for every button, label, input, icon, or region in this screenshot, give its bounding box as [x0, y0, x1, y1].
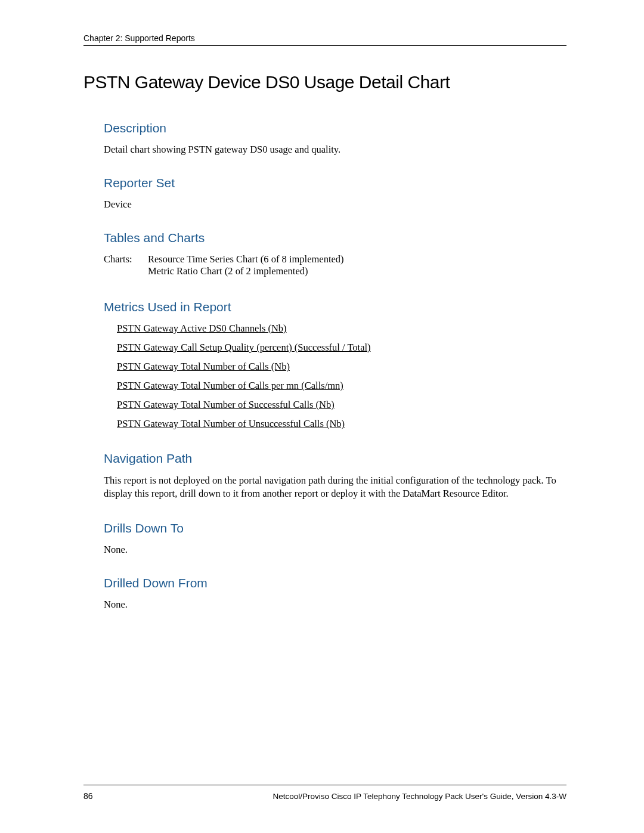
- charts-line-2: Metric Ratio Chart (2 of 2 implemented): [148, 265, 308, 277]
- metric-item[interactable]: PSTN Gateway Call Setup Quality (percent…: [117, 342, 566, 354]
- drilled-down-from-text: None.: [104, 599, 566, 611]
- section-tables-charts: Tables and Charts Charts: Resource Time …: [104, 231, 566, 277]
- heading-navigation-path: Navigation Path: [104, 451, 566, 466]
- charts-label-empty: [104, 265, 148, 277]
- section-drills-down-to: Drills Down To None.: [104, 521, 566, 556]
- heading-metrics-used: Metrics Used in Report: [104, 300, 566, 314]
- charts-line-1: Resource Time Series Chart (6 of 8 imple…: [148, 253, 344, 265]
- page-title: PSTN Gateway Device DS0 Usage Detail Cha…: [83, 72, 566, 92]
- section-reporter-set: Reporter Set Device: [104, 176, 566, 210]
- chapter-label: Chapter 2: Supported Reports: [83, 33, 195, 43]
- heading-description: Description: [104, 121, 566, 135]
- section-drilled-down-from: Drilled Down From None.: [104, 576, 566, 611]
- document-page: Chapter 2: Supported Reports PSTN Gatewa…: [0, 0, 644, 611]
- navigation-path-text: This report is not deployed on the porta…: [104, 474, 566, 501]
- reporter-set-text: Device: [104, 199, 566, 210]
- metric-item[interactable]: PSTN Gateway Total Number of Unsuccessfu…: [117, 418, 566, 430]
- heading-drilled-down-from: Drilled Down From: [104, 576, 566, 590]
- metric-item[interactable]: PSTN Gateway Total Number of Successful …: [117, 399, 566, 411]
- page-number: 86: [83, 791, 93, 801]
- heading-reporter-set: Reporter Set: [104, 176, 566, 190]
- charts-block: Charts: Resource Time Series Chart (6 of…: [104, 253, 566, 277]
- drills-down-to-text: None.: [104, 544, 566, 556]
- description-text: Detail chart showing PSTN gateway DS0 us…: [104, 144, 566, 156]
- heading-tables-charts: Tables and Charts: [104, 231, 566, 245]
- section-navigation-path: Navigation Path This report is not deplo…: [104, 451, 566, 501]
- metric-item[interactable]: PSTN Gateway Total Number of Calls per m…: [117, 380, 566, 392]
- page-footer: 86 Netcool/Proviso Cisco IP Telephony Te…: [83, 785, 566, 801]
- charts-label: Charts:: [104, 253, 148, 265]
- metrics-list: PSTN Gateway Active DS0 Channels (Nb) PS…: [117, 323, 566, 430]
- page-header: Chapter 2: Supported Reports: [83, 33, 566, 46]
- section-description: Description Detail chart showing PSTN ga…: [104, 121, 566, 156]
- section-metrics-used: Metrics Used in Report PSTN Gateway Acti…: [104, 300, 566, 430]
- metric-item[interactable]: PSTN Gateway Total Number of Calls (Nb): [117, 361, 566, 373]
- metric-item[interactable]: PSTN Gateway Active DS0 Channels (Nb): [117, 323, 566, 335]
- heading-drills-down-to: Drills Down To: [104, 521, 566, 535]
- footer-guide-text: Netcool/Proviso Cisco IP Telephony Techn…: [273, 792, 566, 801]
